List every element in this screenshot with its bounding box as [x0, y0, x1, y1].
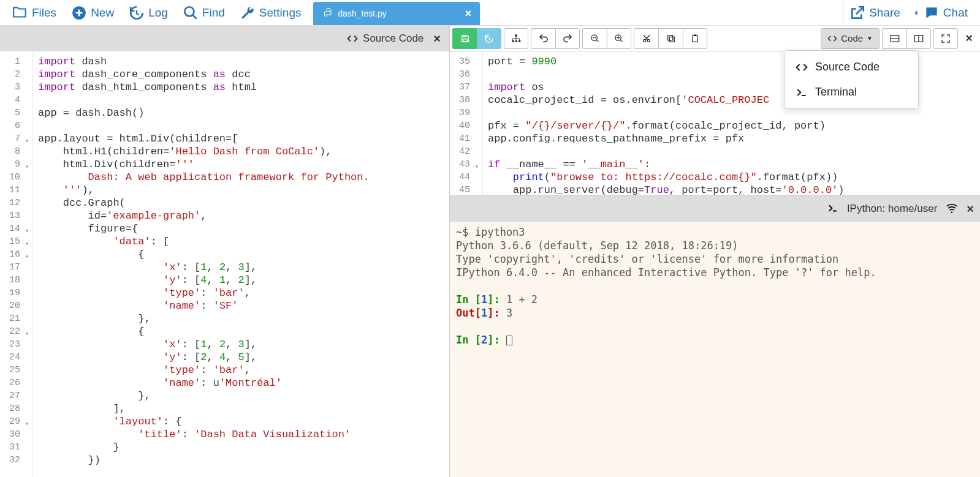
code-dropdown-button[interactable]: Code ▼ [821, 28, 879, 49]
caret-down-icon: ▼ [867, 35, 873, 42]
files-button[interactable]: Files [5, 1, 64, 24]
split-vertical-button[interactable] [906, 28, 931, 49]
new-button[interactable]: New [64, 1, 121, 24]
undo-button[interactable] [531, 28, 555, 49]
redo-button[interactable] [555, 28, 580, 49]
left-pane-close-button[interactable]: × [431, 32, 443, 46]
terminal-line: IPython 6.4.0 -- An enhanced Interactive… [456, 266, 974, 279]
terminal-title: IPython: home/user [847, 203, 937, 215]
terminal-line: In [2]: [456, 333, 974, 347]
main-split: Source Code × 12345678910111213141516171… [0, 26, 980, 477]
right-gutter: 3536373839404142434445 [450, 51, 483, 195]
chat-button[interactable]: Chat [906, 1, 974, 24]
top-toolbar: Files New Log Find Settings dash_test.py… [0, 0, 980, 26]
file-tab[interactable]: dash_test.py × [313, 2, 480, 25]
zoom-in-button[interactable] [607, 28, 631, 49]
left-code[interactable]: import dashimport dash_core_components a… [33, 51, 449, 477]
left-pane-header: Source Code × [0, 26, 449, 51]
terminal-line: Out[1]: 3 [456, 306, 974, 320]
dropdown-item-source-code[interactable]: Source Code [784, 54, 918, 80]
split-horizontal-button[interactable] [882, 28, 906, 49]
cursor [506, 336, 512, 345]
code-dropdown-menu: Source Code Terminal [784, 50, 919, 109]
paste-button[interactable] [683, 28, 707, 49]
left-gutter: 1234567891011121314151617181920212223242… [0, 51, 33, 477]
terminal-line: Python 3.6.6 (default, Sep 12 2018, 18:2… [456, 239, 974, 252]
log-button[interactable]: Log [121, 1, 175, 24]
cut-button[interactable] [634, 28, 658, 49]
terminal[interactable]: ~$ ipython3 Python 3.6.6 (default, Sep 1… [450, 222, 980, 477]
tab-close-button[interactable]: × [465, 7, 472, 20]
terminal-line: ~$ ipython3 [456, 225, 974, 239]
action-bar: Code ▼ × Source Code Terminal [450, 26, 980, 51]
python-icon [322, 7, 333, 20]
tab-bar: dash_test.py × [313, 0, 480, 25]
right-pane: Code ▼ × Source Code Terminal [450, 26, 980, 477]
wifi-icon [946, 202, 958, 216]
terminal-close-button[interactable]: × [967, 202, 974, 216]
zoom-out-button[interactable] [582, 28, 607, 49]
file-tab-label: dash_test.py [338, 9, 386, 18]
settings-button[interactable]: Settings [232, 1, 309, 24]
terminal-icon [827, 203, 838, 216]
left-pane: Source Code × 12345678910111213141516171… [0, 26, 450, 477]
sitemap-button[interactable] [504, 28, 528, 49]
close-pane-button[interactable]: × [960, 28, 978, 49]
terminal-line: In [1]: 1 + 2 [456, 293, 974, 306]
copy-button[interactable] [658, 28, 683, 49]
find-button[interactable]: Find [175, 1, 232, 24]
expand-button[interactable] [933, 28, 958, 49]
left-editor[interactable]: 1234567891011121314151617181920212223242… [0, 51, 449, 477]
history-button[interactable] [477, 28, 501, 49]
terminal-header: IPython: home/user × [450, 196, 980, 222]
save-button[interactable] [452, 28, 477, 49]
left-pane-title: Source Code [347, 32, 424, 45]
dropdown-item-terminal[interactable]: Terminal [784, 80, 918, 105]
terminal-line: Type 'copyright', 'credits' or 'license'… [456, 252, 974, 266]
share-button[interactable]: Share [843, 1, 906, 24]
